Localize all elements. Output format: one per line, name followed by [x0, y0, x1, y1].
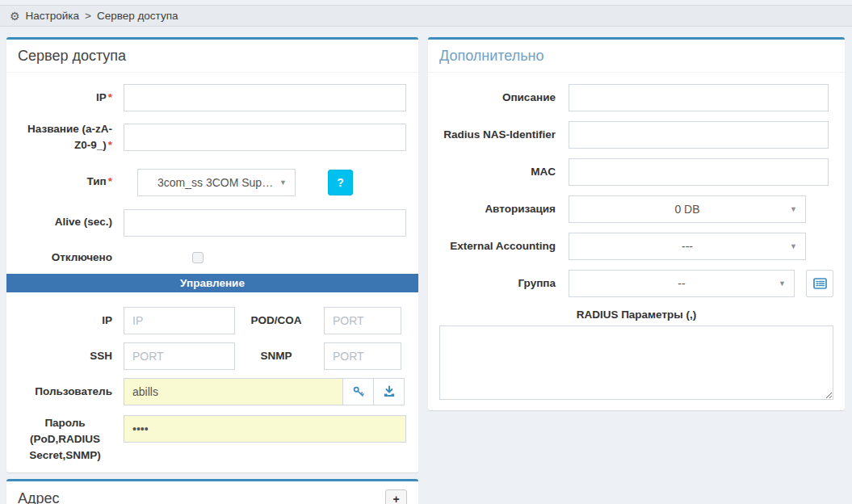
snmp-input[interactable]: [324, 342, 401, 370]
radius-params-label: RADIUS Параметры (,): [439, 309, 833, 321]
ip-label: IP*: [18, 90, 124, 106]
authorization-label: Авторизация: [439, 201, 569, 217]
external-accounting-select-value: ---: [682, 240, 693, 253]
name-label: Название (a-zA-Z0-9_)*: [18, 121, 124, 154]
group-label: Группа: [439, 275, 569, 292]
radius-params-textarea[interactable]: [439, 326, 833, 400]
authorization-select-value: 0 DB: [674, 203, 699, 216]
chevron-down-icon: ▼: [790, 242, 797, 250]
key-icon: [352, 385, 365, 398]
required-mark: *: [108, 139, 112, 151]
alive-label: Alive (sec.): [18, 214, 124, 230]
snmp-label: SNMP: [235, 348, 324, 364]
extra-panel-title: Дополнительно: [439, 48, 544, 65]
server-panel-title: Сервер доступа: [18, 48, 126, 65]
external-accounting-select[interactable]: --- ▼: [569, 233, 806, 260]
password-input[interactable]: [124, 415, 406, 443]
address-panel-title: Адрес: [18, 490, 60, 504]
ssh-label: SSH: [18, 348, 124, 364]
breadcrumb-section[interactable]: Настройка: [26, 10, 79, 22]
group-list-button[interactable]: [806, 270, 833, 297]
management-section-header: Управление: [6, 274, 418, 292]
mgmt-ip-input[interactable]: [124, 307, 235, 334]
address-panel: Адрес +: [6, 479, 418, 504]
breadcrumb-separator: >: [85, 10, 91, 22]
breadcrumb-page: Сервер доступа: [97, 10, 178, 22]
chevron-down-icon: ▼: [279, 178, 287, 187]
disabled-checkbox[interactable]: [192, 252, 204, 263]
group-select[interactable]: -- ▼: [569, 270, 795, 297]
user-input[interactable]: [124, 378, 343, 405]
authorization-select[interactable]: 0 DB ▼: [569, 195, 806, 223]
mgmt-ip-label: IP: [18, 313, 124, 329]
nas-identifier-input[interactable]: [569, 121, 829, 149]
plus-icon: +: [392, 493, 399, 504]
required-mark: *: [108, 91, 112, 103]
alive-input[interactable]: [124, 209, 406, 237]
list-icon: [813, 277, 827, 290]
type-help-button[interactable]: ?: [328, 170, 353, 195]
extra-panel: Дополнительно Описание Radius NAS-Identi…: [428, 37, 845, 410]
add-address-button[interactable]: +: [385, 489, 407, 504]
nas-identifier-label: Radius NAS-Identifier: [439, 127, 569, 143]
chevron-down-icon: ▼: [779, 279, 786, 288]
description-label: Описание: [439, 90, 569, 106]
required-mark: *: [108, 175, 112, 187]
user-label: Пользователь: [18, 384, 124, 400]
name-input[interactable]: [124, 124, 406, 151]
password-label: Пароль (PoD,RADIUS Secret,SNMP): [18, 415, 124, 464]
type-label: Тип*: [18, 174, 124, 190]
pod-coa-input[interactable]: [324, 307, 401, 334]
mac-label: MAC: [439, 164, 569, 180]
generate-password-button[interactable]: [342, 378, 374, 405]
chevron-down-icon: ▼: [790, 205, 797, 213]
group-select-value: --: [678, 277, 685, 290]
description-input[interactable]: [569, 84, 829, 111]
breadcrumb: ⚙ Настройка > Сервер доступа: [0, 5, 852, 27]
mac-input[interactable]: [569, 158, 829, 186]
server-panel: Сервер доступа IP* Название (a-zA-Z0-9_)…: [6, 37, 418, 472]
gear-icon: ⚙: [10, 10, 20, 23]
type-select-value: 3com_ss 3COM Supe…: [157, 176, 275, 189]
ip-input[interactable]: [124, 84, 406, 111]
import-button[interactable]: [373, 378, 405, 405]
type-select[interactable]: 3com_ss 3COM Supe… ▼: [137, 169, 296, 196]
disabled-label: Отключено: [18, 250, 124, 266]
download-icon: [383, 385, 396, 398]
ssh-input[interactable]: [124, 342, 235, 370]
external-accounting-label: External Accounting: [439, 238, 569, 254]
pod-coa-label: POD/COA: [235, 313, 324, 329]
